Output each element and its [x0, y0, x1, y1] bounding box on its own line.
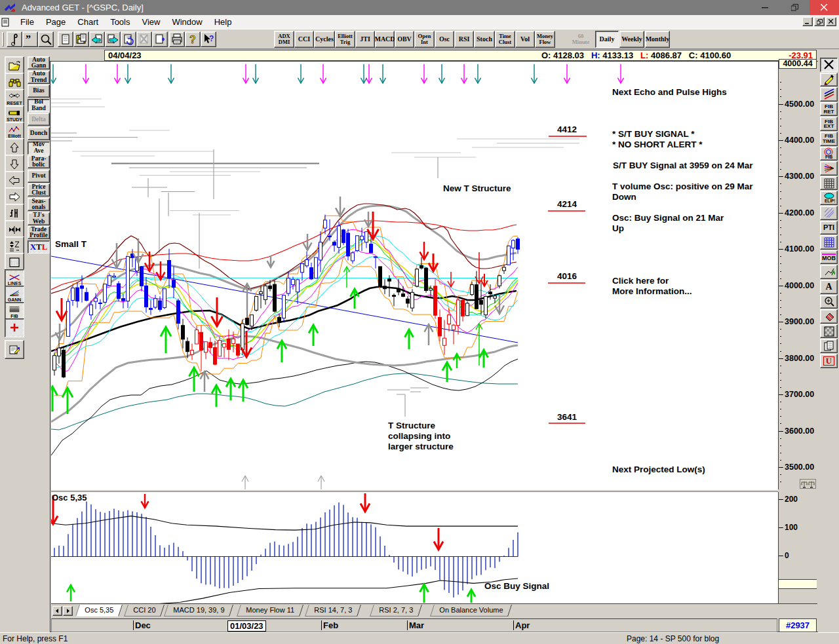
right-tool-pencil[interactable]	[820, 73, 838, 87]
properties-tool[interactable]	[5, 340, 24, 359]
indicator-time-clust[interactable]: TimeClust	[495, 31, 515, 48]
close-button[interactable]	[810, 0, 839, 15]
indicator-jti[interactable]: JTI	[355, 31, 375, 48]
study-mov-ave[interactable]: MovAve	[28, 142, 50, 155]
right-tool-mob[interactable]: MOB	[820, 250, 838, 265]
study-tj-s-web[interactable]: TJ'sWeb	[28, 212, 50, 225]
right-tool-fib-time[interactable]: FIBTIME	[820, 132, 838, 146]
page-back-button[interactable]	[89, 31, 105, 47]
help-button[interactable]: ?	[185, 31, 201, 47]
title-bar[interactable]: Advanced GET - [^GSPC, Daily]	[0, 0, 839, 15]
print-button[interactable]	[169, 31, 185, 47]
minimize-button[interactable]	[751, 0, 780, 15]
child-restore-button[interactable]	[814, 17, 825, 26]
right-tool-text[interactable]: A	[820, 280, 838, 294]
study-auto-gann[interactable]: AutoGann	[28, 56, 50, 69]
indicator-open-int[interactable]: OpenInt	[414, 31, 435, 48]
timeframe-daily[interactable]: Daily	[595, 31, 619, 48]
child-close-button[interactable]	[826, 17, 836, 26]
timeframe-weekly[interactable]: Weekly	[619, 31, 644, 48]
study-price-clust[interactable]: PriceClust	[28, 183, 50, 197]
tab-scroll-left[interactable]	[52, 606, 62, 616]
indicator-cci[interactable]: CCI	[294, 31, 314, 48]
indicator-obv[interactable]: OBV	[395, 31, 414, 48]
tab-scroll-right[interactable]	[63, 606, 73, 616]
indicator-macd[interactable]: MACD	[375, 31, 395, 48]
quotes-button[interactable]: ”	[22, 31, 38, 47]
menu-help[interactable]: Help	[208, 15, 238, 29]
right-tool-pattern[interactable]	[820, 324, 838, 339]
toolbar-grip[interactable]	[2, 32, 4, 47]
tab-macd-19-39-9[interactable]: MACD 19, 39, 9	[164, 605, 233, 616]
colored-down-arrow	[366, 64, 372, 83]
apply-page-button[interactable]	[152, 31, 168, 47]
child-minimize-button[interactable]	[802, 17, 813, 26]
right-tool-delete-drawing[interactable]	[820, 58, 838, 72]
indicator-rsi[interactable]: RSI	[454, 31, 474, 48]
study-bol-band[interactable]: BolBand	[28, 99, 50, 112]
menu-window[interactable]: Window	[166, 15, 208, 29]
indicator-money-flow[interactable]: MoneyFlow	[535, 31, 555, 48]
price-axis[interactable]: 4500.004400.004300.004200.004100.004000.…	[778, 62, 817, 489]
right-tool-copy-cards[interactable]	[820, 339, 838, 353]
right-tool-fib-spiral[interactable]: FIB	[820, 147, 838, 161]
right-tool-gann-grid[interactable]	[820, 176, 838, 191]
timeframe-monthly[interactable]: Monthly	[645, 31, 670, 48]
context-help-button[interactable]: ?	[201, 31, 216, 47]
new-page-button[interactable]	[58, 31, 73, 47]
study-pivot[interactable]: Pivot	[28, 170, 50, 183]
restore-button[interactable]	[780, 0, 810, 15]
right-tool-fib-ext[interactable]: FIBEXT	[820, 117, 838, 131]
menu-chart[interactable]: Chart	[71, 15, 104, 29]
indicator-cycles[interactable]: Cycles	[314, 31, 335, 48]
tab-osc-5-35[interactable]: Osc 5,35	[75, 605, 123, 616]
indicator-elliott-trig[interactable]: ElliottTrig	[335, 31, 355, 48]
study-auto-trend[interactable]: AutoTrend	[28, 71, 50, 84]
right-tool-zoom-in[interactable]	[820, 295, 838, 309]
menu-tools[interactable]: Tools	[104, 15, 136, 29]
indicator-adx-dmi[interactable]: ADXDMI	[274, 31, 294, 48]
study-trade-profile[interactable]: TradeProfile	[28, 226, 50, 239]
right-tool-make-or-break[interactable]	[820, 265, 838, 279]
tab-rsi-14-7-3[interactable]: RSI 14, 7, 3	[305, 605, 361, 616]
study-delta[interactable]: Delta	[28, 113, 50, 126]
pointer-tool-button[interactable]	[7, 31, 22, 47]
zoom-button[interactable]	[38, 31, 54, 47]
right-tool-grid-blue[interactable]	[820, 235, 838, 250]
study-para-bolic[interactable]: Para-bolic	[28, 155, 50, 168]
right-tool-eraser[interactable]	[820, 309, 838, 324]
red-down-arrow	[361, 493, 370, 512]
right-tool-gann-fan[interactable]	[820, 161, 838, 176]
right-tool-undo[interactable]: U	[820, 354, 838, 368]
tab-cci-20[interactable]: CCI 20	[124, 605, 165, 616]
delete-page-button[interactable]	[136, 31, 152, 47]
indicator-vol[interactable]: Vol	[515, 31, 535, 48]
page-forward-button[interactable]	[105, 31, 121, 47]
tab-money-flow-11[interactable]: Money Flow 11	[237, 605, 303, 616]
menu-file[interactable]: File	[14, 15, 40, 29]
right-tool-ellipse[interactable]: ELIPS	[820, 191, 838, 205]
timeframe-60-minute[interactable]: 60Minute	[567, 31, 595, 48]
tab-rsi-2-7-3[interactable]: RSI 2, 7, 3	[370, 605, 422, 616]
save-button[interactable]	[73, 31, 89, 47]
right-tool-fib-ret[interactable]: FIBRET	[820, 102, 838, 117]
menu-page[interactable]: Page	[40, 15, 71, 29]
menu-view[interactable]: View	[136, 15, 166, 29]
study-bias[interactable]: Bias	[28, 85, 50, 98]
study-xtl[interactable]: XTL	[28, 240, 50, 254]
cross-tool[interactable]	[5, 318, 24, 337]
right-tool-angles[interactable]	[820, 206, 838, 220]
oscillator-panel[interactable]: Osc 5,35Osc Buy Signal	[51, 492, 778, 603]
study-donch[interactable]: Donch	[28, 127, 50, 140]
date-axis[interactable]: Dec01/03/23FebMarApr	[51, 618, 777, 632]
chart-window-icon[interactable]	[1, 18, 10, 27]
indicator-osc[interactable]: Osc	[435, 31, 454, 48]
right-tool-trend-lines[interactable]	[820, 87, 838, 102]
right-tool-pti[interactable]: PTI	[820, 221, 838, 235]
indicator-stoch[interactable]: Stoch	[474, 31, 495, 48]
price-chart[interactable]: 4412421440163641Small TNew T StructureNe…	[51, 62, 778, 489]
study-seas-onals[interactable]: Seas-onals	[28, 198, 50, 211]
refresh-page-button[interactable]	[121, 31, 136, 47]
axis-scales-icon[interactable]	[800, 479, 816, 489]
tab-on-balance-volume[interactable]: On Balance Volume	[430, 605, 512, 616]
